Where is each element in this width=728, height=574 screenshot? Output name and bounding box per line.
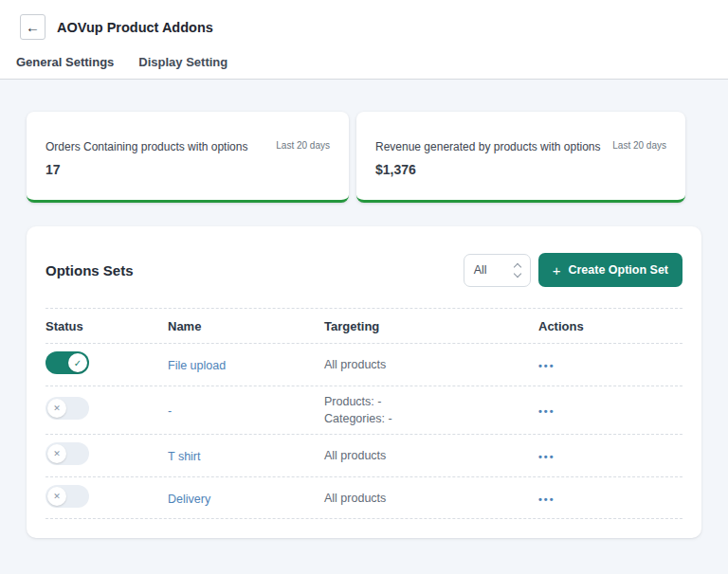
stat-card-revenue: Revenue generated by products with optio… — [356, 112, 685, 203]
options-sets-card: Options Sets All + Create Option Set Sta… — [27, 226, 701, 538]
plus-icon: + — [553, 263, 561, 278]
header-row: ← AOVup Product Addons — [16, 14, 706, 40]
check-icon: ✓ — [68, 353, 87, 372]
option-set-name-link[interactable]: - — [168, 404, 172, 418]
column-header-status: Status — [46, 319, 168, 333]
stat-label: Orders Containing products with options — [46, 140, 247, 153]
targeting-value: Categories: - — [324, 410, 538, 427]
column-header-actions: Actions — [538, 319, 682, 333]
table-row: ✕ T shirt All products ••• — [46, 434, 682, 476]
content-area: Orders Containing products with options … — [0, 80, 728, 538]
row-actions-ellipsis-icon[interactable]: ••• — [538, 493, 555, 505]
option-set-name-link[interactable]: File upload — [168, 359, 226, 372]
option-set-name-link[interactable]: T shirt — [168, 450, 201, 463]
option-set-name-link[interactable]: Delivery — [168, 493, 210, 506]
tab-bar: General Settings Display Setting — [16, 55, 706, 79]
tab-display-setting[interactable]: Display Setting — [138, 55, 228, 69]
top-header: ← AOVup Product Addons General Settings … — [0, 0, 728, 79]
filter-selected-value: All — [474, 263, 487, 277]
options-sets-title: Options Sets — [46, 262, 134, 278]
status-toggle[interactable]: ✕ — [46, 442, 89, 465]
back-button[interactable]: ← — [20, 14, 46, 40]
table-row: ✕ - Products: - Categories: - ••• — [46, 386, 682, 434]
table-row: ✓ File upload All products ••• — [46, 343, 682, 386]
status-toggle[interactable]: ✕ — [46, 397, 89, 420]
stat-value: 17 — [46, 162, 330, 177]
back-arrow-icon: ← — [26, 19, 40, 35]
status-toggle[interactable]: ✕ — [46, 485, 89, 508]
filter-select[interactable]: All — [464, 254, 531, 287]
cross-icon: ✕ — [47, 487, 66, 506]
stat-period: Last 20 days — [276, 140, 330, 151]
options-sets-header: Options Sets All + Create Option Set — [46, 226, 682, 308]
page-title: AOVup Product Addons — [57, 20, 213, 35]
cross-icon: ✕ — [47, 444, 66, 463]
cross-icon: ✕ — [47, 399, 66, 418]
stat-value: $1,376 — [375, 162, 666, 177]
targeting-value: All products — [324, 447, 538, 464]
stat-period: Last 20 days — [612, 140, 666, 151]
row-actions-ellipsis-icon[interactable]: ••• — [538, 451, 555, 462]
column-header-name: Name — [168, 319, 324, 333]
select-stepper-icon — [515, 264, 520, 277]
row-actions-ellipsis-icon[interactable]: ••• — [538, 405, 555, 417]
table-header-row: Status Name Targeting Actions — [46, 308, 682, 343]
create-option-set-label: Create Option Set — [568, 263, 668, 277]
targeting-value: All products — [324, 356, 538, 373]
status-toggle[interactable]: ✓ — [46, 351, 89, 374]
create-option-set-button[interactable]: + Create Option Set — [538, 253, 682, 287]
stat-cards-row: Orders Containing products with options … — [27, 112, 701, 203]
targeting-value: Products: - — [324, 393, 538, 410]
targeting-value: All products — [324, 490, 538, 507]
row-actions-ellipsis-icon[interactable]: ••• — [538, 360, 555, 371]
stat-card-orders: Orders Containing products with options … — [27, 112, 349, 203]
tab-general-settings[interactable]: General Settings — [16, 55, 114, 69]
stat-label: Revenue generated by products with optio… — [375, 140, 601, 153]
column-header-targeting: Targeting — [324, 319, 538, 333]
table-row: ✕ Delivery All products ••• — [46, 476, 682, 519]
